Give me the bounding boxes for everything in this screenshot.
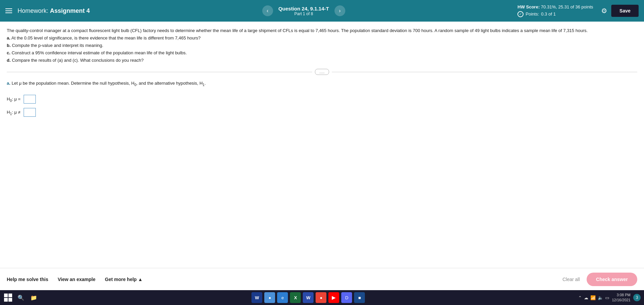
problem-intro: The quality-control manager at a compact… bbox=[7, 28, 588, 33]
points-label: Points: bbox=[526, 11, 539, 18]
alt-hypothesis-row: H1: μ ≠ bbox=[7, 107, 637, 118]
search-taskbar-icon[interactable]: 🔍 bbox=[16, 293, 26, 302]
null-hypothesis-label: H0: μ = bbox=[7, 94, 22, 105]
taskbar-app-youtube[interactable]: ▶ bbox=[328, 292, 339, 303]
tray-wifi[interactable]: 📶 bbox=[590, 295, 596, 300]
sub-question: a. Let μ be the population mean. Determi… bbox=[7, 80, 637, 88]
taskbar-app-other[interactable]: ■ bbox=[354, 292, 365, 303]
taskbar-left: 🔍 📁 bbox=[3, 293, 38, 302]
points-value: 0.3 of 1 bbox=[541, 11, 556, 18]
divider-line-left bbox=[7, 72, 312, 72]
main-content: The quality-control manager at a compact… bbox=[0, 22, 644, 268]
header-center: ‹ Question 24, 9.1.14-T Part 1 of 8 › bbox=[90, 5, 517, 16]
part-a-label: a. bbox=[7, 35, 10, 40]
taskbar-app-zoom[interactable]: ● bbox=[264, 292, 275, 303]
tray-arrow[interactable]: ⌃ bbox=[578, 295, 582, 300]
question-title: Question 24, 9.1.14-T bbox=[278, 6, 329, 11]
footer: Help me solve this View an example Get m… bbox=[0, 268, 644, 290]
divider: ..... bbox=[7, 69, 637, 75]
question-subtitle: Part 1 of 8 bbox=[278, 11, 329, 16]
menu-icon[interactable] bbox=[5, 8, 12, 13]
alt-hypothesis-label: H1: μ ≠ bbox=[7, 107, 22, 118]
part-d-label: d. bbox=[7, 58, 11, 63]
taskbar-app-discord[interactable]: D bbox=[341, 292, 352, 303]
taskbar: 🔍 📁 W ● e X W ● ▶ D ■ ⌃ ☁ 📶 🔈 ▭ 3:08 PM … bbox=[0, 290, 644, 305]
taskbar-app-excel[interactable]: X bbox=[290, 292, 301, 303]
windows-start-button[interactable] bbox=[3, 293, 13, 302]
part-a-text: At the 0.05 level of significance, is th… bbox=[10, 35, 200, 40]
header-title: Homework: Assignment 4 bbox=[18, 7, 90, 15]
null-hypothesis-row: H0: μ = bbox=[7, 94, 637, 105]
taskbar-app-chrome[interactable]: ● bbox=[316, 292, 326, 303]
taskbar-app-word[interactable]: W bbox=[251, 292, 262, 303]
problem-text: The quality-control manager at a compact… bbox=[7, 27, 637, 64]
tray-cloud[interactable]: ☁ bbox=[584, 295, 588, 300]
next-question-button[interactable]: › bbox=[334, 5, 345, 16]
tray-battery[interactable]: ▭ bbox=[605, 295, 609, 300]
hw-score-value: 70.31%, 25.31 of 36 points bbox=[541, 4, 593, 9]
part-b-label: b. bbox=[7, 43, 11, 48]
part-c-label: c. bbox=[7, 50, 10, 55]
header: Homework: Assignment 4 ‹ Question 24, 9.… bbox=[0, 0, 644, 22]
taskbar-notification-badge[interactable]: 3 bbox=[633, 294, 641, 301]
taskbar-app-edge[interactable]: e bbox=[277, 292, 288, 303]
check-answer-button[interactable]: Check answer bbox=[587, 273, 637, 286]
divider-line-right bbox=[332, 72, 637, 72]
divider-dots: ..... bbox=[315, 69, 329, 75]
tray-volume[interactable]: 🔈 bbox=[598, 295, 603, 300]
part-c-text: Construct a 95% confidence interval esti… bbox=[10, 50, 187, 55]
alt-hypothesis-input[interactable] bbox=[24, 108, 36, 117]
settings-button[interactable]: ⚙ bbox=[601, 7, 607, 15]
clock-time: 3:08 PM bbox=[612, 293, 630, 298]
sub-question-label: a. bbox=[7, 81, 10, 86]
view-example-button[interactable]: View an example bbox=[58, 277, 96, 282]
hw-score-label: HW Score: bbox=[517, 4, 540, 9]
system-tray: ⌃ ☁ 📶 🔈 ▭ bbox=[578, 295, 609, 300]
part-d-text: Compare the results of (a) and (c). What… bbox=[11, 58, 144, 63]
taskbar-app-word2[interactable]: W bbox=[303, 292, 314, 303]
file-explorer-icon[interactable]: 📁 bbox=[29, 293, 38, 302]
save-button[interactable]: Save bbox=[611, 5, 639, 17]
help-solve-button[interactable]: Help me solve this bbox=[7, 277, 48, 282]
prev-question-button[interactable]: ‹ bbox=[262, 5, 273, 16]
taskbar-center-apps: W ● e X W ● ▶ D ■ bbox=[251, 292, 365, 303]
clear-all-button[interactable]: Clear all bbox=[562, 277, 580, 282]
clock-date: 12/16/2021 bbox=[612, 298, 630, 303]
more-help-button[interactable]: Get more help ▲ bbox=[105, 277, 143, 282]
taskbar-right: ⌃ ☁ 📶 🔈 ▭ 3:08 PM 12/16/2021 3 bbox=[578, 293, 641, 303]
null-hypothesis-input[interactable] bbox=[24, 95, 36, 104]
header-score: HW Score: 70.31%, 25.31 of 36 points ✓ P… bbox=[517, 4, 593, 18]
question-info: Question 24, 9.1.14-T Part 1 of 8 bbox=[278, 6, 329, 16]
score-icon: ✓ bbox=[517, 11, 524, 17]
hypothesis-block: H0: μ = H1: μ ≠ bbox=[7, 94, 637, 118]
part-b-text: Compute the p-value and interpret its me… bbox=[11, 43, 104, 48]
sub-question-text: Let μ be the population mean. Determine … bbox=[11, 81, 206, 86]
taskbar-time: 3:08 PM 12/16/2021 bbox=[612, 293, 630, 303]
